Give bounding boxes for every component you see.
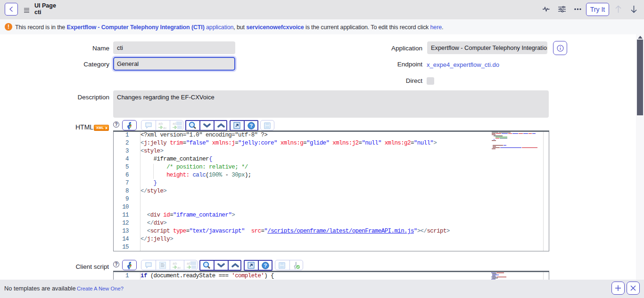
svg-text:ac: ac bbox=[177, 266, 181, 269]
svg-text:?: ? bbox=[264, 263, 267, 268]
svg-text:?: ? bbox=[250, 123, 253, 129]
svg-text:ac: ac bbox=[163, 126, 166, 129]
